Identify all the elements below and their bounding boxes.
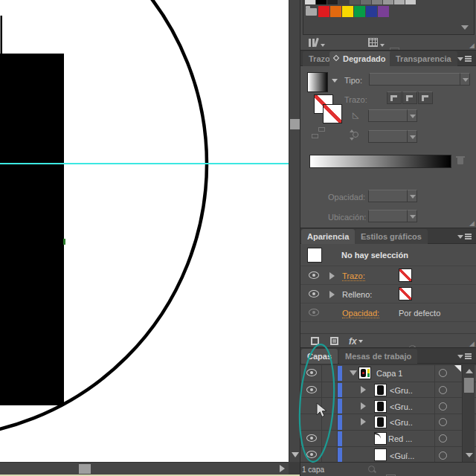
visibility-eye-icon[interactable] — [306, 369, 317, 376]
layer-name[interactable]: Red ... — [388, 434, 412, 443]
expand-arrow-icon[interactable] — [361, 386, 366, 393]
tab-apariencia[interactable]: Apariencia — [301, 229, 355, 244]
color-group-folder-icon[interactable] — [306, 8, 317, 16]
add-effect-fx-icon[interactable]: fx — [349, 336, 363, 347]
swatch[interactable] — [372, 0, 382, 4]
tab-mesas-de-trabajo[interactable]: Mesas de trabajo — [339, 349, 417, 364]
visibility-eye-icon[interactable] — [309, 309, 319, 316]
swatch-libraries-icon[interactable] — [308, 38, 320, 48]
vertical-scrollbar[interactable] — [289, 0, 300, 462]
layer-row[interactable]: <Gru.. — [300, 382, 476, 397]
horizontal-guide[interactable] — [0, 163, 289, 164]
swatch-red[interactable] — [318, 6, 329, 17]
gradient-thumbnail[interactable] — [307, 72, 328, 92]
swatch-purple[interactable] — [378, 6, 389, 17]
scroll-down-arrow-icon[interactable] — [466, 453, 473, 457]
layer-row[interactable]: Red ... — [300, 430, 476, 446]
target-circle-icon[interactable] — [439, 386, 447, 394]
stroke-gradient-within-button[interactable] — [387, 91, 402, 104]
fill-row[interactable]: Relleno: — [300, 284, 476, 303]
stroke-link[interactable]: Trazo: — [342, 271, 365, 281]
expand-arrow-icon[interactable] — [329, 272, 335, 280]
add-new-fill-icon[interactable] — [330, 337, 338, 345]
layer-name[interactable]: <Guí... — [390, 451, 414, 460]
tab-capas[interactable]: Capas — [301, 349, 338, 364]
swatch-orange[interactable] — [330, 6, 341, 17]
panel-menu-icon[interactable] — [457, 353, 472, 360]
tab-transparencia[interactable]: Transparencia — [390, 51, 457, 66]
swatch[interactable] — [327, 0, 338, 4]
location-dropdown-arrow[interactable] — [407, 210, 417, 222]
layer-thumbnail[interactable] — [358, 367, 371, 379]
target-circle-icon[interactable] — [439, 402, 447, 411]
swatch-blue[interactable] — [366, 6, 377, 17]
expand-arrow-icon[interactable] — [361, 402, 366, 410]
delete-stop-icon[interactable] — [456, 155, 465, 164]
opacity-link[interactable]: Opacidad: — [342, 309, 379, 318]
layer-row[interactable]: Capa 1 — [300, 365, 476, 381]
layer-thumbnail[interactable] — [374, 384, 387, 396]
swatch[interactable] — [305, 0, 315, 4]
swatch-kinds-icon[interactable] — [368, 38, 378, 47]
layers-scrollbar-thumb[interactable] — [464, 378, 474, 393]
visibility-eye-icon[interactable] — [309, 290, 319, 298]
gradient-slider[interactable] — [309, 155, 451, 168]
opacity-dropdown-arrow[interactable] — [407, 190, 417, 202]
horizontal-scrollbar-thumb[interactable] — [79, 464, 91, 474]
swatch[interactable] — [405, 0, 416, 4]
tab-degradado[interactable]: Degradado — [329, 51, 391, 66]
scroll-right-arrow-icon[interactable] — [280, 465, 285, 472]
panel-menu-icon[interactable] — [457, 55, 472, 62]
fill-none-swatch[interactable] — [399, 287, 412, 300]
layer-row[interactable]: <Gru.. — [300, 414, 476, 429]
thin-bar-shape[interactable] — [1, 16, 3, 54]
visibility-eye-icon[interactable] — [306, 451, 317, 458]
visibility-eye-icon[interactable] — [306, 386, 317, 393]
aspect-ratio-dropdown-arrow[interactable] — [407, 130, 417, 143]
gradient-type-dropdown[interactable] — [369, 73, 470, 86]
swatches-list[interactable] — [303, 0, 475, 35]
target-circle-icon[interactable] — [439, 451, 447, 460]
target-circle-icon[interactable] — [439, 434, 447, 443]
resize-grip-icon[interactable]: ◢ — [469, 42, 475, 49]
tab-estilos-graficos[interactable]: Estilos gráficos — [355, 229, 428, 244]
swatch-green[interactable] — [354, 6, 365, 17]
panel-menu-icon[interactable] — [457, 233, 472, 240]
swatches-scroll-down-icon[interactable] — [461, 25, 469, 30]
collapse-arrow-icon[interactable] — [350, 370, 357, 376]
expand-arrow-icon[interactable] — [361, 418, 366, 425]
swatch[interactable] — [361, 0, 371, 4]
stroke-gradient-along-button[interactable] — [402, 91, 417, 104]
layer-name[interactable]: <Gru.. — [390, 418, 413, 427]
scroll-up-arrow-icon[interactable] — [466, 369, 473, 373]
layers-scrollbar[interactable] — [462, 365, 475, 462]
resize-grip-icon[interactable]: ◢ — [469, 340, 475, 347]
target-circle-icon[interactable] — [439, 418, 447, 426]
swatch-yellow[interactable] — [342, 6, 353, 17]
black-rectangle-shape[interactable] — [0, 54, 64, 405]
swatch[interactable] — [383, 0, 393, 4]
layer-name[interactable]: Capa 1 — [376, 369, 402, 378]
swatch[interactable] — [338, 0, 349, 4]
stroke-row[interactable]: Trazo: — [300, 266, 476, 284]
swatch-libraries-arrow-icon[interactable] — [321, 44, 325, 47]
location-dropdown[interactable] — [368, 210, 408, 222]
gradient-stroke-none-swatch[interactable] — [323, 104, 342, 123]
layer-thumbnail[interactable] — [374, 416, 387, 428]
expand-arrow-icon[interactable] — [329, 291, 335, 298]
layer-thumbnail[interactable] — [374, 400, 387, 413]
resize-grip-icon[interactable]: ◢ — [469, 219, 475, 227]
reverse-gradient-icon[interactable] — [312, 127, 325, 138]
angle-dropdown[interactable] — [368, 109, 408, 122]
visibility-eye-icon[interactable] — [309, 271, 319, 279]
layer-name[interactable]: <Gru.. — [390, 386, 413, 395]
aspect-ratio-dropdown[interactable] — [368, 130, 408, 143]
layer-thumbnail[interactable] — [374, 432, 387, 445]
scroll-down-arrow-icon[interactable] — [292, 452, 299, 457]
swatch[interactable] — [316, 0, 327, 4]
stroke-none-swatch[interactable] — [399, 268, 412, 282]
layer-thumbnail[interactable] — [374, 448, 387, 461]
opacity-row[interactable]: Opacidad: Por defecto — [300, 303, 476, 321]
gradient-thumb-arrow-icon[interactable] — [332, 79, 338, 83]
target-circle-icon[interactable] — [439, 369, 447, 377]
